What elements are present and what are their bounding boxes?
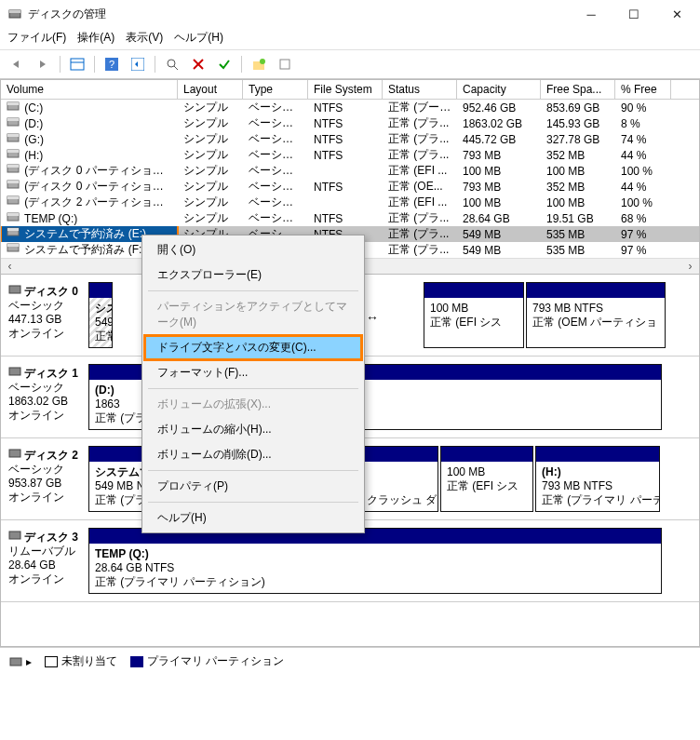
ctx-extend[interactable]: ボリュームの拡張(X)... <box>144 392 362 417</box>
view-detail-button[interactable] <box>66 54 88 74</box>
svg-point-7 <box>168 60 175 67</box>
menu-help[interactable]: ヘルプ(H) <box>174 30 223 46</box>
col-capacity[interactable]: Capacity <box>457 80 541 99</box>
table-row[interactable]: (C:)シンプルベーシックNTFS正常 (ブート...952.46 GB853.… <box>1 100 699 115</box>
rescan-button[interactable] <box>161 54 183 74</box>
svg-rect-31 <box>7 228 19 231</box>
ctx-format[interactable]: フォーマット(F)... <box>144 360 362 385</box>
ctx-explore[interactable]: エクスプローラー(E) <box>144 262 362 288</box>
col-pctfree[interactable]: % Free <box>615 80 671 99</box>
apply-button[interactable] <box>213 54 236 74</box>
delete-button[interactable] <box>187 54 209 74</box>
svg-rect-23 <box>7 165 19 168</box>
ctx-shrink[interactable]: ボリュームの縮小(H)... <box>144 417 362 442</box>
ctx-properties[interactable]: プロパティ(P) <box>144 474 362 499</box>
cursor-icon: ↔ <box>366 310 379 325</box>
nav-back-button[interactable] <box>6 54 28 74</box>
ctx-mark-active[interactable]: パーティションをアクティブとしてマーク(M) <box>144 294 362 335</box>
app-icon <box>7 7 22 21</box>
disk-info: ディスク 0ベーシック447.13 GBオンライン <box>7 282 87 348</box>
window-title: ディスクの管理 <box>28 7 570 22</box>
svg-rect-13 <box>280 60 289 69</box>
legend: ▸ 未割り当て プライマリ パーティション <box>0 647 700 675</box>
svg-rect-15 <box>7 102 19 105</box>
ctx-open[interactable]: 開く(O) <box>144 237 362 262</box>
col-layout[interactable]: Layout <box>178 80 243 99</box>
menubar: ファイル(F) 操作(A) 表示(V) ヘルプ(H) <box>0 28 700 49</box>
table-row[interactable]: (ディスク 0 パーティション 4)シンプルベーシックNTFS正常 (OE...… <box>1 179 699 195</box>
svg-rect-1 <box>9 10 20 13</box>
toolbar: ? <box>0 50 700 79</box>
col-free[interactable]: Free Spa... <box>541 80 615 99</box>
svg-rect-38 <box>10 658 21 666</box>
legend-swatch-primary <box>130 656 143 667</box>
table-row[interactable]: (H:)シンプルベーシックNTFS正常 (プラ...793 MB352 MB44… <box>1 147 699 163</box>
maximize-button[interactable]: ☐ <box>612 0 655 28</box>
svg-rect-21 <box>7 150 19 153</box>
svg-rect-34 <box>9 286 20 293</box>
col-fs[interactable]: File System <box>308 80 383 99</box>
legend-unalloc: 未割り当て <box>61 653 117 669</box>
col-type[interactable]: Type <box>243 80 308 99</box>
svg-rect-25 <box>7 181 19 183</box>
ctx-help[interactable]: ヘルプ(H) <box>144 505 362 531</box>
disk-info: ディスク 3リムーバブル28.64 GBオンライン <box>7 528 87 594</box>
disk-info: ディスク 1ベーシック1863.02 GBオンライン <box>7 364 87 430</box>
svg-text:?: ? <box>109 59 114 70</box>
menu-view[interactable]: 表示(V) <box>126 30 163 46</box>
disk-info: ディスク 2ベーシック953.87 GBオンライン <box>7 446 87 512</box>
partition-cell[interactable]: TEMP (Q:)28.64 GB NTFS正常 (プライマリ パーティション) <box>88 528 662 594</box>
svg-point-12 <box>260 59 265 64</box>
svg-rect-37 <box>9 531 20 539</box>
partition-cell[interactable]: 100 MB正常 (EFI シス <box>440 446 533 512</box>
partition-cell[interactable]: 100 MB正常 (EFI シス <box>424 282 524 348</box>
ctx-delete[interactable]: ボリュームの削除(D)... <box>144 442 362 467</box>
table-row[interactable]: (ディスク 2 パーティション 3)シンプルベーシック正常 (EFI ...10… <box>1 195 699 210</box>
table-row[interactable]: TEMP (Q:)シンプルベーシックNTFS正常 (プラ...28.64 GB1… <box>1 210 699 226</box>
svg-rect-17 <box>7 118 19 121</box>
col-status[interactable]: Status <box>383 80 457 99</box>
svg-rect-35 <box>9 368 20 375</box>
props-button[interactable] <box>274 54 296 74</box>
legend-swatch-unalloc <box>45 656 58 667</box>
nav-fwd-button[interactable] <box>32 54 54 74</box>
close-button[interactable]: ✕ <box>655 0 698 28</box>
svg-rect-27 <box>7 196 19 199</box>
ctx-change-drive-letter[interactable]: ドライブ文字とパスの変更(C)... <box>144 335 362 360</box>
svg-rect-29 <box>7 213 19 216</box>
col-volume[interactable]: Volume <box>1 80 178 99</box>
svg-line-8 <box>174 66 178 70</box>
table-row[interactable]: (ディスク 0 パーティション 3)シンプルベーシック正常 (EFI ...10… <box>1 163 699 179</box>
legend-primary: プライマリ パーティション <box>147 653 284 669</box>
menu-action[interactable]: 操作(A) <box>77 30 114 46</box>
table-row[interactable]: (D:)シンプルベーシックNTFS正常 (プラ...1863.02 GB145.… <box>1 115 699 131</box>
svg-rect-19 <box>7 134 19 137</box>
partition-cell[interactable]: 793 MB NTFS正常 (OEM パーティショ <box>526 282 666 348</box>
newvol-button[interactable] <box>248 54 270 74</box>
partition-cell[interactable]: シス549正常 <box>88 282 113 348</box>
minimize-button[interactable]: ─ <box>570 0 612 28</box>
svg-rect-36 <box>9 450 20 457</box>
titlebar: ディスクの管理 ─ ☐ ✕ <box>0 0 700 28</box>
menu-file[interactable]: ファイル(F) <box>7 30 66 46</box>
disk-extra-icon <box>9 656 22 667</box>
help-button[interactable]: ? <box>101 54 123 74</box>
partition-cell[interactable]: (H:)793 MB NTFS正常 (プライマリ パーティ <box>535 446 660 512</box>
table-header: Volume Layout Type File System Status Ca… <box>1 80 699 100</box>
svg-rect-2 <box>71 59 84 70</box>
refresh-button[interactable] <box>127 54 149 74</box>
context-menu: 開く(O) エクスプローラー(E) パーティションをアクティブとしてマーク(M)… <box>141 235 365 533</box>
svg-rect-33 <box>7 244 19 247</box>
table-row[interactable]: (G:)シンプルベーシックNTFS正常 (プラ...445.72 GB327.7… <box>1 131 699 147</box>
